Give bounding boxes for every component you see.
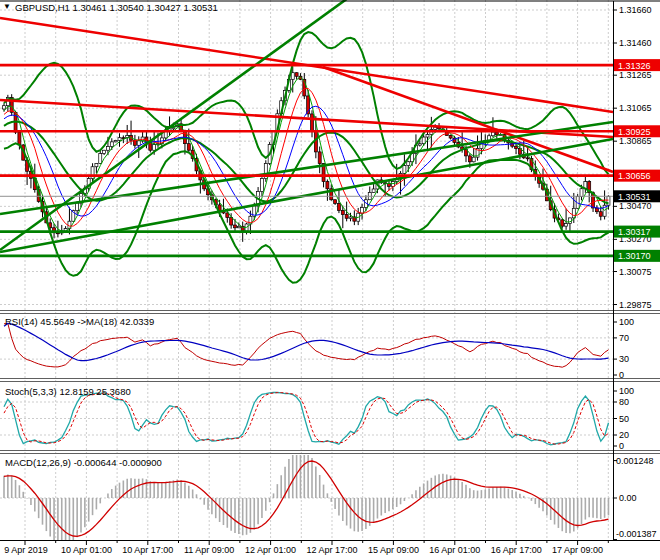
indicator-tick-label: 80 [619,397,629,407]
price-level-tag-label: 1.30317 [618,227,651,237]
bollinger-upper [4,32,609,174]
candle-body [472,157,475,162]
candle-body [361,208,364,214]
candle-body [341,210,344,214]
price-tick-label: 1.30865 [619,136,652,146]
candle-body [372,189,375,192]
time-tick-label: 10 Apr 01:00 [61,545,112,555]
time-axis[interactable]: 9 Apr 201910 Apr 01:0010 Apr 17:0011 Apr… [4,541,608,555]
candle-body [515,146,518,148]
candle-body [3,106,6,109]
candle-body [99,154,102,164]
candle-body [318,152,321,164]
stoch-indicator-title: Stoch(5,3,3) 12.8159 25.3680 [5,386,131,397]
candle-body [349,217,352,218]
rsi-ma-line [4,323,609,360]
trading-chart-window: 1.316601.314601.312651.310651.308651.304… [0,0,660,560]
price-axis[interactable]: 1.316601.314601.312651.310651.308651.304… [613,5,660,540]
price-level-tag-label: 1.31326 [618,61,651,71]
candle-body [561,220,564,226]
price-level-tag-label: 1.30531 [618,192,651,202]
candle-body [599,212,602,217]
candle-body [418,144,421,145]
price-tick-label: 1.30470 [619,201,652,211]
candle-body [137,141,140,145]
candle-body [106,147,109,151]
candle-body [334,200,337,204]
candle-body [153,145,156,151]
candle-body [426,135,429,137]
candle-body [110,142,113,147]
price-tick-label: 1.31660 [619,5,652,15]
price-tick-label: 1.29875 [619,300,652,310]
candle-body [76,203,79,211]
indicator-tick-label: 0 [619,370,624,380]
indicator-tick-label: 30 [619,354,629,364]
candle-body [18,132,21,145]
candles-layer [3,67,610,242]
candle-body [95,163,98,166]
rsi-panel [4,323,609,367]
candle-body [103,150,106,153]
candle-body [326,182,329,189]
time-tick-label: 17 Apr 09:00 [552,545,603,555]
chart-canvas[interactable]: 1.316601.314601.312651.310651.308651.304… [0,0,660,560]
candle-body [565,224,568,227]
candle-body [164,132,167,138]
candle-body [345,215,348,219]
macd-signal-line [4,461,609,536]
symbol-marker-icon: ▼ [3,2,11,11]
candle-body [468,156,471,162]
indicator-tick-label: -0.001387 [616,529,657,539]
candle-body [491,132,494,136]
candle-body [230,218,233,225]
indicator-tick-label: 0.00 [619,493,637,503]
time-tick-label: 9 Apr 2019 [4,545,48,555]
candle-body [403,166,406,174]
time-tick-label: 16 Apr 17:00 [491,545,542,555]
price-tick-label: 1.31460 [619,38,652,48]
candle-body [337,203,340,210]
indicator-tick-label: 70 [619,333,629,343]
trendline-support[interactable] [0,0,348,250]
time-tick-label: 12 Apr 17:00 [306,545,357,555]
indicator-tick-label: 0.001248 [616,456,654,466]
price-level-tag-label: 1.30656 [618,171,651,181]
candle-body [118,138,121,141]
candle-body [260,179,263,192]
indicator-tick-label: 100 [619,386,634,396]
candle-body [149,142,152,150]
candle-body [114,140,117,142]
candle-body [449,135,452,138]
indicator-tick-label: 100 [619,317,634,327]
candle-body [237,226,240,228]
candle-body [291,73,294,80]
candle-body [187,144,190,151]
time-tick-label: 12 Apr 01:00 [245,545,296,555]
candle-body [595,208,598,212]
time-tick-label: 16 Apr 01:00 [429,545,480,555]
indicator-tick-label: 0 [619,441,624,451]
candle-body [388,183,391,186]
price-level-tag-label: 1.30170 [618,251,651,261]
candle-body [56,233,59,234]
symbol-ohlc-title: GBPUSD,H1 1.30461 1.30540 1.30427 1.3053… [15,2,218,13]
rsi-indicator-title: RSI(14) 45.5649 ->MA(18) 42.0339 [5,316,154,327]
bollinger-middle [4,122,609,204]
candle-body [580,189,583,197]
trendline-resistance[interactable] [323,67,613,172]
candle-body [526,158,529,159]
candle-body [295,73,298,77]
macd-indicator-title: MACD(12,26,9) -0.000644 -0.000900 [5,457,162,468]
price-tick-label: 1.31065 [619,103,652,113]
trendline-support[interactable] [0,139,613,252]
candle-body [311,114,314,132]
price-level-tag-label: 1.30925 [618,127,651,137]
time-tick-label: 15 Apr 09:00 [368,545,419,555]
candle-body [422,137,425,144]
price-tick-label: 1.31265 [619,70,652,80]
candle-body [407,162,410,166]
indicator-tick-label: 50 [619,414,629,424]
candle-body [234,225,237,228]
rsi-line [4,323,609,367]
